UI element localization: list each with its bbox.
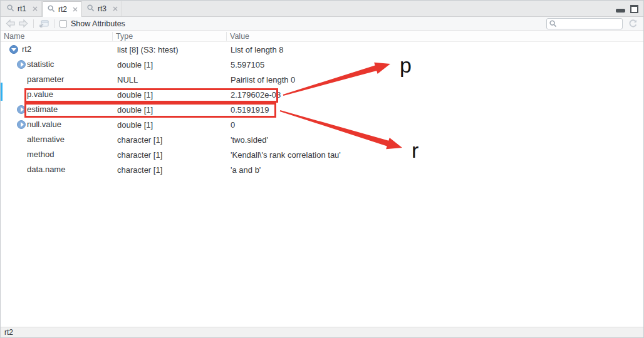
toolbar: Show Attributes xyxy=(1,17,643,31)
back-button[interactable] xyxy=(4,18,17,29)
row-type: double [1] xyxy=(114,90,227,100)
row-type: character [1] xyxy=(114,135,227,145)
window-controls xyxy=(616,5,638,13)
row-name: rt2 xyxy=(22,44,31,54)
row-value: 'two.sided' xyxy=(227,135,643,145)
table-row-p-value[interactable]: p.value double [1] 2.179602e-08 xyxy=(1,87,643,102)
row-type: double [1] xyxy=(114,60,227,69)
row-name: parameter xyxy=(27,74,64,84)
open-in-new-window-icon[interactable] xyxy=(38,18,50,29)
row-type: list [8] (S3: htest) xyxy=(114,45,227,54)
table-row[interactable]: parameter NULL Pairlist of length 0 xyxy=(1,72,643,87)
column-header-name[interactable]: Name xyxy=(1,32,112,41)
search-icon xyxy=(48,4,55,15)
tab-label: rt1 xyxy=(18,4,31,13)
expand-icon[interactable] xyxy=(17,60,26,69)
row-name: null.value xyxy=(27,120,61,129)
tab-close-icon[interactable] xyxy=(33,6,38,13)
tab-close-icon[interactable] xyxy=(73,6,78,13)
row-name: statistic xyxy=(27,59,54,69)
show-attributes-checkbox[interactable] xyxy=(60,20,67,28)
status-bar: rt2 xyxy=(1,327,643,337)
collapse-icon[interactable] xyxy=(9,45,18,54)
toolbar-divider xyxy=(54,19,55,28)
object-explorer-window: rt1 rt2 rt3 xyxy=(0,0,644,338)
row-value: 5.597105 xyxy=(227,60,643,69)
search-box[interactable] xyxy=(546,18,623,29)
table-row[interactable]: rt2 list [8] (S3: htest) List of length … xyxy=(1,42,643,57)
tab-close-icon[interactable] xyxy=(113,6,118,13)
selection-caret xyxy=(1,83,3,101)
refresh-icon[interactable] xyxy=(626,18,640,29)
tab-rt3[interactable]: rt3 xyxy=(82,1,122,16)
show-attributes-label: Show Attributes xyxy=(71,19,125,28)
expand-icon[interactable] xyxy=(17,120,26,129)
search-input[interactable] xyxy=(559,19,617,28)
status-text: rt2 xyxy=(4,328,13,337)
row-value: 0 xyxy=(227,120,643,130)
tab-bar: rt1 rt2 rt3 xyxy=(1,1,643,17)
tab-label: rt3 xyxy=(98,4,111,13)
column-header-type[interactable]: Type xyxy=(112,32,226,41)
column-header-value[interactable]: Value xyxy=(226,32,643,41)
toolbar-divider xyxy=(33,19,34,28)
tab-rt1[interactable]: rt1 xyxy=(2,1,42,16)
row-type: double [1] xyxy=(114,105,227,115)
row-name: data.name xyxy=(27,165,65,174)
table-row[interactable]: statistic double [1] 5.597105 xyxy=(1,57,643,72)
table-row[interactable]: data.name character [1] 'a and b' xyxy=(1,162,643,177)
row-value: 0.5191919 xyxy=(227,105,643,115)
row-value: 'a and b' xyxy=(227,165,643,175)
object-tree: rt2 list [8] (S3: htest) List of length … xyxy=(1,42,643,177)
row-name: estimate xyxy=(27,105,58,114)
search-icon xyxy=(7,3,14,14)
table-row[interactable]: alternative character [1] 'two.sided' xyxy=(1,132,643,147)
tab-label: rt2 xyxy=(58,5,71,14)
table-row[interactable]: method character [1] 'Kendall\'s rank co… xyxy=(1,147,643,162)
row-type: character [1] xyxy=(114,165,227,175)
tab-rt2[interactable]: rt2 xyxy=(42,1,82,17)
row-type: character [1] xyxy=(114,150,227,160)
row-name: method xyxy=(27,150,54,159)
expand-icon[interactable] xyxy=(17,105,26,114)
minimize-button[interactable] xyxy=(616,9,625,13)
maximize-button[interactable] xyxy=(630,5,638,13)
row-value: 'Kendall\'s rank correlation tau' xyxy=(227,150,643,160)
search-icon xyxy=(549,20,557,28)
row-type: double [1] xyxy=(114,120,227,130)
table-row[interactable]: null.value double [1] 0 xyxy=(1,117,643,132)
table-header: Name Type Value xyxy=(1,31,643,42)
forward-button[interactable] xyxy=(17,18,29,29)
row-type: NULL xyxy=(114,75,227,84)
row-value: List of length 8 xyxy=(227,45,643,54)
table-row-estimate[interactable]: estimate double [1] 0.5191919 xyxy=(1,102,643,117)
row-name: alternative xyxy=(27,135,65,144)
row-value: 2.179602e-08 xyxy=(227,90,643,100)
row-name: p.value xyxy=(27,90,53,99)
row-value: Pairlist of length 0 xyxy=(227,75,643,84)
search-icon xyxy=(87,3,95,14)
